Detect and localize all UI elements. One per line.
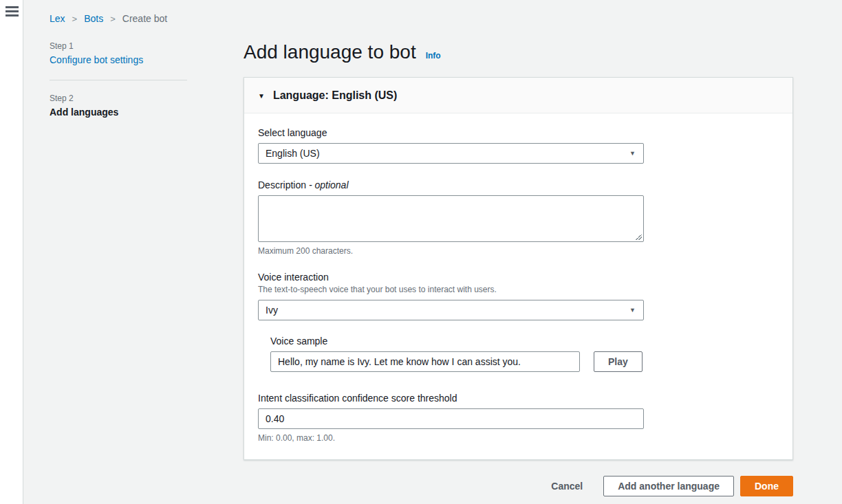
side-nav-strip — [0, 0, 23, 504]
voice-interaction-label: Voice interaction — [258, 272, 644, 283]
voice-interaction-value: Ivy — [266, 305, 278, 316]
select-language-field: Select language English (US) ▼ — [258, 127, 644, 164]
cancel-button[interactable]: Cancel — [551, 481, 583, 492]
language-panel-header[interactable]: ▼ Language: English (US) — [244, 78, 792, 113]
voice-sample-label: Voice sample — [270, 336, 644, 347]
page-title: Add language to bot — [244, 39, 416, 65]
info-link[interactable]: Info — [426, 51, 441, 61]
description-textarea[interactable] — [258, 195, 644, 242]
breadcrumb-link-bots[interactable]: Bots — [84, 13, 103, 24]
threshold-label: Intent classification confidence score t… — [258, 393, 644, 404]
description-label: Description - optional — [258, 179, 644, 190]
breadcrumb-link-lex[interactable]: Lex — [50, 13, 65, 24]
description-hint: Maximum 200 characters. — [258, 246, 644, 256]
select-language-label: Select language — [258, 127, 644, 138]
voice-sample-row: Play — [270, 351, 644, 372]
breadcrumb-current-create-bot: Create bot — [122, 13, 167, 24]
resize-handle-icon[interactable] — [636, 234, 642, 240]
hamburger-menu-icon[interactable] — [6, 6, 19, 17]
main-content: Add language to bot Info ▼ Language: Eng… — [244, 38, 793, 496]
voice-interaction-dropdown[interactable]: Ivy ▼ — [258, 300, 644, 320]
chevron-down-icon: ▼ — [629, 150, 636, 157]
threshold-hint: Min: 0.00, max: 1.00. — [258, 433, 644, 443]
steps-divider — [50, 80, 187, 80]
threshold-field: Intent classification confidence score t… — [258, 393, 644, 443]
footer-actions: Cancel Add another language Done — [244, 476, 793, 496]
step1-link-configure-bot-settings[interactable]: Configure bot settings — [50, 54, 187, 65]
voice-interaction-description: The text-to-speech voice that your bot u… — [258, 285, 644, 294]
voice-sample-field: Voice sample Play — [270, 336, 644, 372]
voice-interaction-field: Voice interaction The text-to-speech voi… — [258, 272, 644, 372]
app-root: Lex > Bots > Create bot Step 1 Configure… — [0, 0, 842, 504]
step2-current-add-languages: Add languages — [50, 107, 187, 118]
breadcrumb: Lex > Bots > Create bot — [50, 13, 167, 24]
language-panel: ▼ Language: English (US) Select language… — [244, 77, 793, 460]
description-field: Description - optional Maximum 200 chara… — [258, 179, 644, 256]
title-row: Add language to bot Info — [244, 38, 793, 65]
language-panel-body: Select language English (US) ▼ Descripti… — [244, 113, 792, 459]
select-language-value: English (US) — [266, 148, 320, 159]
steps-nav: Step 1 Configure bot settings Step 2 Add… — [50, 41, 187, 118]
description-optional-suffix: - optional — [309, 179, 349, 190]
select-language-dropdown[interactable]: English (US) ▼ — [258, 143, 644, 164]
collapse-triangle-icon[interactable]: ▼ — [258, 92, 265, 100]
breadcrumb-separator-icon: > — [110, 14, 116, 24]
threshold-input[interactable] — [258, 408, 644, 429]
add-another-language-button[interactable]: Add another language — [603, 476, 734, 496]
step1-label: Step 1 — [50, 41, 187, 51]
description-textarea-wrap — [258, 195, 644, 242]
step2-label: Step 2 — [50, 94, 187, 103]
done-button[interactable]: Done — [740, 476, 793, 496]
voice-sample-input[interactable] — [270, 351, 580, 372]
chevron-down-icon: ▼ — [629, 307, 636, 314]
language-panel-title: Language: English (US) — [273, 89, 397, 102]
play-button[interactable]: Play — [594, 351, 643, 372]
breadcrumb-separator-icon: > — [72, 14, 78, 24]
